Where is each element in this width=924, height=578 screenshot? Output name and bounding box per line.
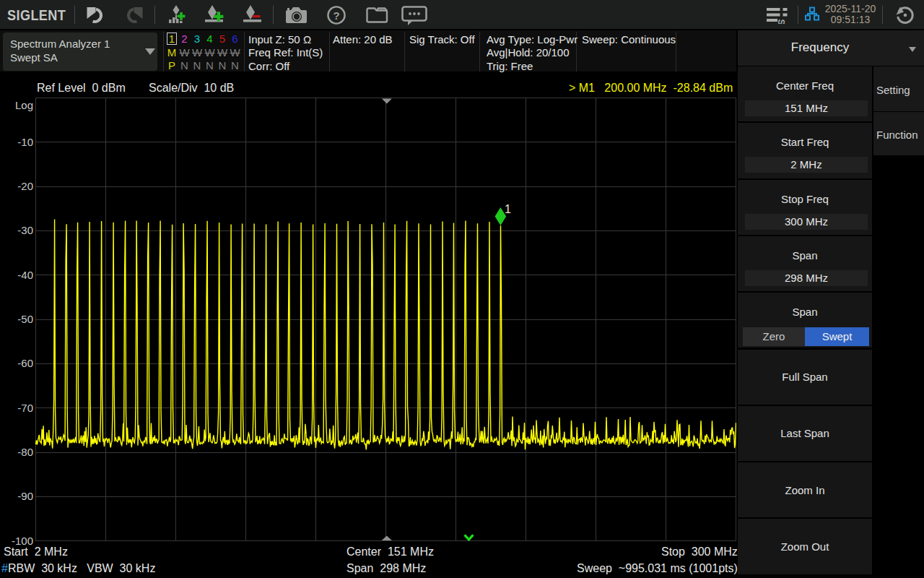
svg-text:S: S <box>776 20 786 25</box>
svg-text:1: 1 <box>505 203 511 215</box>
